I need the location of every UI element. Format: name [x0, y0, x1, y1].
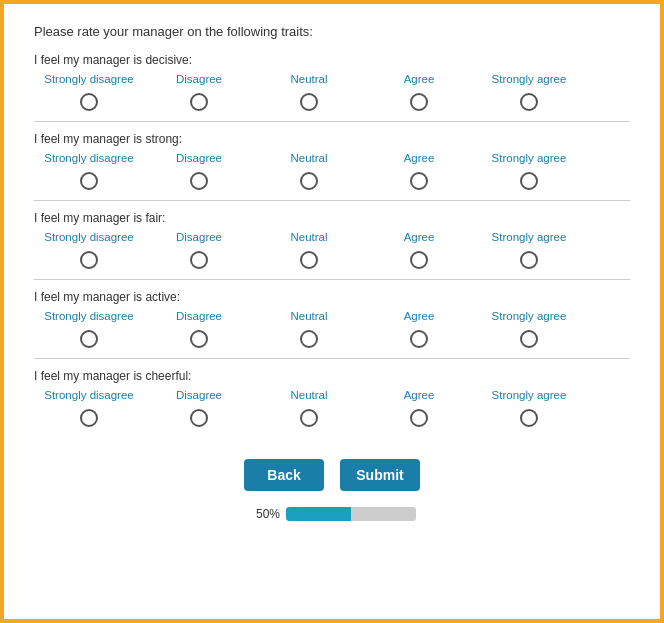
progress-row: 50%: [34, 507, 630, 521]
option-label-fair-1: Disagree: [176, 231, 222, 247]
question-label-cheerful: I feel my manager is cheerful:: [34, 369, 630, 383]
option-item-decisive-4: Strongly agree: [474, 73, 584, 111]
option-label-fair-3: Agree: [404, 231, 435, 247]
option-label-strong-3: Agree: [404, 152, 435, 168]
question-section-active: I feel my manager is active:Strongly dis…: [34, 290, 630, 359]
option-item-cheerful-3: Agree: [364, 389, 474, 427]
option-radio-decisive-1[interactable]: [190, 93, 208, 111]
option-item-fair-0: Strongly disagree: [34, 231, 144, 269]
question-section-decisive: I feel my manager is decisive:Strongly d…: [34, 53, 630, 122]
option-radio-strong-0[interactable]: [80, 172, 98, 190]
option-label-cheerful-2: Neutral: [290, 389, 327, 405]
option-label-active-3: Agree: [404, 310, 435, 326]
option-radio-active-3[interactable]: [410, 330, 428, 348]
question-section-cheerful: I feel my manager is cheerful:Strongly d…: [34, 369, 630, 437]
option-item-decisive-0: Strongly disagree: [34, 73, 144, 111]
option-radio-active-2[interactable]: [300, 330, 318, 348]
submit-button[interactable]: Submit: [340, 459, 420, 491]
question-label-fair: I feel my manager is fair:: [34, 211, 630, 225]
option-item-fair-3: Agree: [364, 231, 474, 269]
option-item-decisive-1: Disagree: [144, 73, 254, 111]
option-item-cheerful-2: Neutral: [254, 389, 364, 427]
option-radio-strong-1[interactable]: [190, 172, 208, 190]
back-button[interactable]: Back: [244, 459, 324, 491]
option-radio-active-4[interactable]: [520, 330, 538, 348]
progress-bar-container: [286, 507, 416, 521]
option-label-decisive-3: Agree: [404, 73, 435, 89]
option-item-active-3: Agree: [364, 310, 474, 348]
page-title: Please rate your manager on the followin…: [34, 24, 630, 39]
option-item-strong-0: Strongly disagree: [34, 152, 144, 190]
option-item-active-0: Strongly disagree: [34, 310, 144, 348]
option-radio-fair-2[interactable]: [300, 251, 318, 269]
option-item-active-4: Strongly agree: [474, 310, 584, 348]
option-item-cheerful-1: Disagree: [144, 389, 254, 427]
progress-bar-fill: [286, 507, 351, 521]
option-label-strong-0: Strongly disagree: [44, 152, 134, 168]
options-row-cheerful: Strongly disagreeDisagreeNeutralAgreeStr…: [34, 389, 630, 427]
option-radio-active-1[interactable]: [190, 330, 208, 348]
option-item-active-2: Neutral: [254, 310, 364, 348]
options-row-fair: Strongly disagreeDisagreeNeutralAgreeStr…: [34, 231, 630, 269]
question-section-fair: I feel my manager is fair:Strongly disag…: [34, 211, 630, 280]
options-row-strong: Strongly disagreeDisagreeNeutralAgreeStr…: [34, 152, 630, 190]
option-label-decisive-1: Disagree: [176, 73, 222, 89]
option-item-decisive-3: Agree: [364, 73, 474, 111]
option-label-cheerful-1: Disagree: [176, 389, 222, 405]
option-item-strong-3: Agree: [364, 152, 474, 190]
option-radio-strong-4[interactable]: [520, 172, 538, 190]
option-label-active-1: Disagree: [176, 310, 222, 326]
option-radio-decisive-3[interactable]: [410, 93, 428, 111]
option-radio-fair-1[interactable]: [190, 251, 208, 269]
option-radio-fair-4[interactable]: [520, 251, 538, 269]
option-item-fair-4: Strongly agree: [474, 231, 584, 269]
option-label-cheerful-3: Agree: [404, 389, 435, 405]
option-radio-decisive-2[interactable]: [300, 93, 318, 111]
option-radio-fair-3[interactable]: [410, 251, 428, 269]
option-radio-cheerful-4[interactable]: [520, 409, 538, 427]
option-radio-cheerful-2[interactable]: [300, 409, 318, 427]
option-label-fair-4: Strongly agree: [492, 231, 567, 247]
option-radio-fair-0[interactable]: [80, 251, 98, 269]
option-radio-cheerful-1[interactable]: [190, 409, 208, 427]
option-label-fair-0: Strongly disagree: [44, 231, 134, 247]
option-label-strong-4: Strongly agree: [492, 152, 567, 168]
option-label-decisive-4: Strongly agree: [492, 73, 567, 89]
option-item-strong-4: Strongly agree: [474, 152, 584, 190]
option-label-decisive-2: Neutral: [290, 73, 327, 89]
question-label-active: I feel my manager is active:: [34, 290, 630, 304]
option-radio-cheerful-3[interactable]: [410, 409, 428, 427]
option-radio-strong-3[interactable]: [410, 172, 428, 190]
option-label-fair-2: Neutral: [290, 231, 327, 247]
option-label-decisive-0: Strongly disagree: [44, 73, 134, 89]
progress-label: 50%: [248, 507, 280, 521]
option-item-fair-2: Neutral: [254, 231, 364, 269]
option-label-strong-1: Disagree: [176, 152, 222, 168]
option-radio-decisive-4[interactable]: [520, 93, 538, 111]
option-label-cheerful-0: Strongly disagree: [44, 389, 134, 405]
option-item-cheerful-0: Strongly disagree: [34, 389, 144, 427]
option-item-strong-1: Disagree: [144, 152, 254, 190]
option-item-active-1: Disagree: [144, 310, 254, 348]
option-item-decisive-2: Neutral: [254, 73, 364, 111]
options-row-active: Strongly disagreeDisagreeNeutralAgreeStr…: [34, 310, 630, 348]
buttons-row: Back Submit: [34, 459, 630, 491]
option-radio-active-0[interactable]: [80, 330, 98, 348]
question-section-strong: I feel my manager is strong:Strongly dis…: [34, 132, 630, 201]
option-label-cheerful-4: Strongly agree: [492, 389, 567, 405]
option-item-cheerful-4: Strongly agree: [474, 389, 584, 427]
question-label-strong: I feel my manager is strong:: [34, 132, 630, 146]
option-label-strong-2: Neutral: [290, 152, 327, 168]
option-radio-cheerful-0[interactable]: [80, 409, 98, 427]
option-label-active-0: Strongly disagree: [44, 310, 134, 326]
option-radio-strong-2[interactable]: [300, 172, 318, 190]
option-item-fair-1: Disagree: [144, 231, 254, 269]
options-row-decisive: Strongly disagreeDisagreeNeutralAgreeStr…: [34, 73, 630, 111]
option-radio-decisive-0[interactable]: [80, 93, 98, 111]
option-item-strong-2: Neutral: [254, 152, 364, 190]
option-label-active-4: Strongly agree: [492, 310, 567, 326]
survey-form: Please rate your manager on the followin…: [0, 0, 664, 623]
question-label-decisive: I feel my manager is decisive:: [34, 53, 630, 67]
option-label-active-2: Neutral: [290, 310, 327, 326]
